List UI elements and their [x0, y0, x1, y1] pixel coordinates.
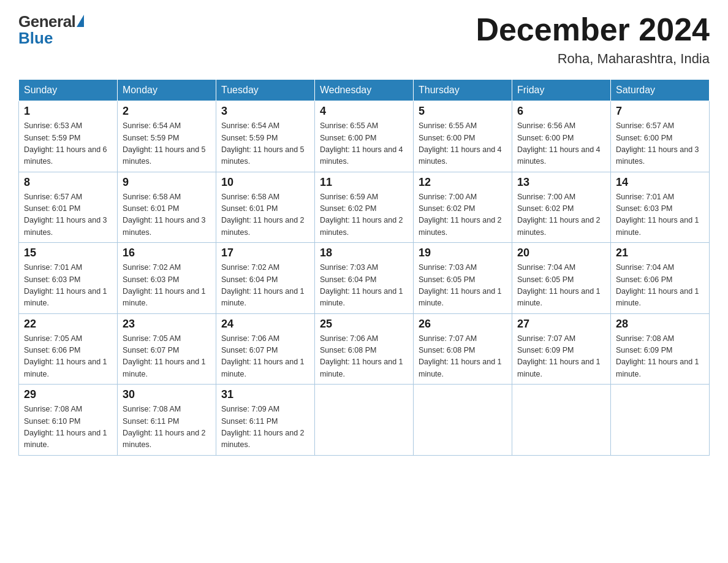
day-number: 24 [221, 318, 309, 331]
day-info: Sunrise: 6:59 AMSunset: 6:02 PMDaylight:… [320, 191, 408, 239]
day-number: 19 [419, 247, 507, 259]
day-info: Sunrise: 7:05 AMSunset: 6:06 PMDaylight:… [24, 333, 112, 381]
calendar-week-row: 1Sunrise: 6:53 AMSunset: 5:59 PMDaylight… [19, 101, 710, 172]
day-info: Sunrise: 7:07 AMSunset: 6:08 PMDaylight:… [419, 333, 507, 381]
day-of-week-header: Tuesday [216, 80, 315, 101]
calendar-day-cell: 20Sunrise: 7:04 AMSunset: 6:05 PMDayligh… [512, 243, 611, 314]
calendar-day-cell: 14Sunrise: 7:01 AMSunset: 6:03 PMDayligh… [611, 172, 710, 243]
calendar-day-cell: 10Sunrise: 6:58 AMSunset: 6:01 PMDayligh… [216, 172, 315, 243]
logo-triangle-icon [77, 15, 84, 27]
calendar-week-row: 22Sunrise: 7:05 AMSunset: 6:06 PMDayligh… [19, 313, 710, 385]
day-info: Sunrise: 6:55 AMSunset: 6:00 PMDaylight:… [320, 120, 408, 168]
calendar-day-cell: 24Sunrise: 7:06 AMSunset: 6:07 PMDayligh… [216, 313, 315, 385]
day-info: Sunrise: 7:00 AMSunset: 6:02 PMDaylight:… [517, 191, 605, 239]
calendar-day-cell: 3Sunrise: 6:54 AMSunset: 5:59 PMDaylight… [216, 101, 315, 172]
calendar-day-cell: 11Sunrise: 6:59 AMSunset: 6:02 PMDayligh… [315, 172, 414, 243]
day-info: Sunrise: 7:07 AMSunset: 6:09 PMDaylight:… [517, 333, 605, 381]
day-info: Sunrise: 7:08 AMSunset: 6:10 PMDaylight:… [24, 404, 112, 451]
day-number: 22 [24, 318, 112, 331]
calendar-day-cell [315, 385, 414, 456]
month-title: December 2024 [476, 12, 710, 47]
day-number: 26 [419, 318, 507, 331]
day-info: Sunrise: 7:05 AMSunset: 6:07 PMDaylight:… [123, 333, 211, 381]
calendar-week-row: 8Sunrise: 6:57 AMSunset: 6:01 PMDaylight… [19, 172, 710, 243]
calendar-day-cell [512, 385, 611, 456]
calendar-day-cell: 22Sunrise: 7:05 AMSunset: 6:06 PMDayligh… [19, 313, 118, 385]
calendar-day-cell: 2Sunrise: 6:54 AMSunset: 5:59 PMDaylight… [118, 101, 216, 172]
day-info: Sunrise: 7:00 AMSunset: 6:02 PMDaylight:… [419, 191, 507, 239]
day-info: Sunrise: 6:54 AMSunset: 5:59 PMDaylight:… [123, 120, 211, 168]
day-info: Sunrise: 7:06 AMSunset: 6:07 PMDaylight:… [221, 333, 309, 381]
calendar-day-cell: 18Sunrise: 7:03 AMSunset: 6:04 PMDayligh… [315, 243, 414, 314]
calendar-day-cell: 16Sunrise: 7:02 AMSunset: 6:03 PMDayligh… [118, 243, 216, 314]
day-number: 28 [616, 318, 704, 331]
day-number: 13 [517, 176, 605, 189]
calendar-table: SundayMondayTuesdayWednesdayThursdayFrid… [18, 79, 710, 456]
day-number: 30 [123, 388, 211, 401]
calendar-day-cell [611, 385, 710, 456]
day-number: 2 [123, 105, 211, 118]
day-number: 31 [221, 388, 309, 401]
day-info: Sunrise: 7:09 AMSunset: 6:11 PMDaylight:… [221, 404, 309, 451]
calendar-day-cell: 30Sunrise: 7:08 AMSunset: 6:11 PMDayligh… [118, 385, 216, 456]
day-number: 9 [123, 176, 211, 189]
calendar-day-cell: 25Sunrise: 7:06 AMSunset: 6:08 PMDayligh… [315, 313, 414, 385]
day-info: Sunrise: 6:56 AMSunset: 6:00 PMDaylight:… [517, 120, 605, 168]
day-info: Sunrise: 7:04 AMSunset: 6:05 PMDaylight:… [517, 262, 605, 310]
day-number: 8 [24, 176, 112, 189]
calendar-day-cell: 31Sunrise: 7:09 AMSunset: 6:11 PMDayligh… [216, 385, 315, 456]
day-info: Sunrise: 7:03 AMSunset: 6:05 PMDaylight:… [419, 262, 507, 310]
day-info: Sunrise: 6:54 AMSunset: 5:59 PMDaylight:… [221, 120, 309, 168]
day-info: Sunrise: 6:53 AMSunset: 5:59 PMDaylight:… [24, 120, 112, 168]
calendar-week-row: 29Sunrise: 7:08 AMSunset: 6:10 PMDayligh… [19, 385, 710, 456]
day-info: Sunrise: 7:04 AMSunset: 6:06 PMDaylight:… [616, 262, 704, 310]
day-number: 15 [24, 247, 112, 259]
day-number: 7 [616, 105, 704, 118]
day-info: Sunrise: 7:03 AMSunset: 6:04 PMDaylight:… [320, 262, 408, 310]
day-number: 21 [616, 247, 704, 259]
page-header: General Blue December 2024 Roha, Maharas… [18, 12, 710, 67]
day-info: Sunrise: 6:58 AMSunset: 6:01 PMDaylight:… [123, 191, 211, 239]
day-number: 17 [221, 247, 309, 259]
calendar-week-row: 15Sunrise: 7:01 AMSunset: 6:03 PMDayligh… [19, 243, 710, 314]
calendar-day-cell: 1Sunrise: 6:53 AMSunset: 5:59 PMDaylight… [19, 101, 118, 172]
day-number: 16 [123, 247, 211, 259]
calendar-day-cell: 28Sunrise: 7:08 AMSunset: 6:09 PMDayligh… [611, 313, 710, 385]
day-info: Sunrise: 7:01 AMSunset: 6:03 PMDaylight:… [24, 262, 112, 310]
day-number: 1 [24, 105, 112, 118]
day-info: Sunrise: 6:57 AMSunset: 6:00 PMDaylight:… [616, 120, 704, 168]
day-number: 23 [123, 318, 211, 331]
calendar-day-cell: 4Sunrise: 6:55 AMSunset: 6:00 PMDaylight… [315, 101, 414, 172]
calendar-day-cell: 6Sunrise: 6:56 AMSunset: 6:00 PMDaylight… [512, 101, 611, 172]
calendar-day-cell: 9Sunrise: 6:58 AMSunset: 6:01 PMDaylight… [118, 172, 216, 243]
calendar-day-cell: 15Sunrise: 7:01 AMSunset: 6:03 PMDayligh… [19, 243, 118, 314]
calendar-day-cell: 27Sunrise: 7:07 AMSunset: 6:09 PMDayligh… [512, 313, 611, 385]
calendar-day-cell: 29Sunrise: 7:08 AMSunset: 6:10 PMDayligh… [19, 385, 118, 456]
location-text: Roha, Maharashtra, India [476, 51, 710, 67]
calendar-day-cell: 8Sunrise: 6:57 AMSunset: 6:01 PMDaylight… [19, 172, 118, 243]
day-number: 10 [221, 176, 309, 189]
day-number: 18 [320, 247, 408, 259]
day-info: Sunrise: 7:02 AMSunset: 6:03 PMDaylight:… [123, 262, 211, 310]
logo: General Blue [18, 12, 84, 48]
day-number: 20 [517, 247, 605, 259]
calendar-day-cell: 19Sunrise: 7:03 AMSunset: 6:05 PMDayligh… [414, 243, 512, 314]
day-of-week-header: Friday [512, 80, 611, 101]
day-info: Sunrise: 6:58 AMSunset: 6:01 PMDaylight:… [221, 191, 309, 239]
day-number: 14 [616, 176, 704, 189]
logo-blue-text: Blue [18, 29, 53, 48]
day-of-week-header: Thursday [414, 80, 512, 101]
calendar-day-cell: 17Sunrise: 7:02 AMSunset: 6:04 PMDayligh… [216, 243, 315, 314]
day-number: 12 [419, 176, 507, 189]
day-of-week-header: Wednesday [315, 80, 414, 101]
day-number: 29 [24, 388, 112, 401]
day-number: 25 [320, 318, 408, 331]
day-of-week-header: Monday [118, 80, 216, 101]
day-number: 27 [517, 318, 605, 331]
day-info: Sunrise: 7:08 AMSunset: 6:09 PMDaylight:… [616, 333, 704, 381]
calendar-day-cell: 26Sunrise: 7:07 AMSunset: 6:08 PMDayligh… [414, 313, 512, 385]
calendar-day-cell: 12Sunrise: 7:00 AMSunset: 6:02 PMDayligh… [414, 172, 512, 243]
day-info: Sunrise: 6:57 AMSunset: 6:01 PMDaylight:… [24, 191, 112, 239]
calendar-header-row: SundayMondayTuesdayWednesdayThursdayFrid… [19, 80, 710, 101]
calendar-day-cell: 21Sunrise: 7:04 AMSunset: 6:06 PMDayligh… [611, 243, 710, 314]
